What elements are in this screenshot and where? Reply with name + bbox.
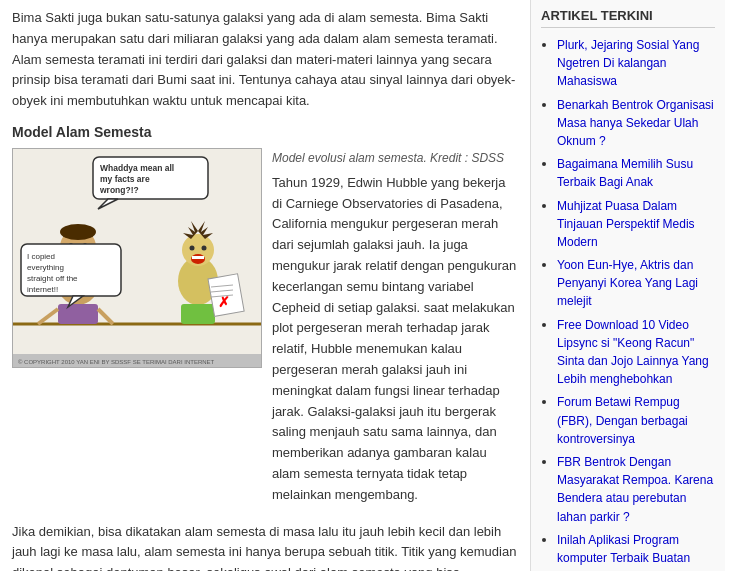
main-content: Bima Sakti juga bukan satu-satunya galak… <box>0 0 530 571</box>
list-item[interactable]: Yoon Eun-Hye, Aktris dan Penyanyi Korea … <box>557 256 715 311</box>
cartoon-container: ✗ Whaddya mean all my facts are wrong?!?… <box>12 148 262 514</box>
cartoon-image: ✗ Whaddya mean all my facts are wrong?!?… <box>12 148 262 368</box>
inline-text-block: Model evolusi alam semesta. Kredit : SDS… <box>272 148 518 514</box>
svg-point-15 <box>202 245 207 250</box>
cartoon-svg: ✗ Whaddya mean all my facts are wrong?!?… <box>13 149 262 368</box>
article-link-7[interactable]: FBR Bentrok Dengan Masyarakat Rempoa. Ka… <box>557 455 713 524</box>
article-link-6[interactable]: Forum Betawi Rempug (FBR), Dengan berbag… <box>557 395 688 445</box>
list-item[interactable]: Plurk, Jejaring Sosial Yang Ngetren Di k… <box>557 36 715 91</box>
list-item[interactable]: FBR Bentrok Dengan Masyarakat Rempoa. Ka… <box>557 453 715 526</box>
svg-text:everything: everything <box>27 263 64 272</box>
list-item[interactable]: Muhjizat Puasa Dalam Tinjauan Perspektif… <box>557 197 715 252</box>
list-item[interactable]: Bagaimana Memilih Susu Terbaik Bagi Anak <box>557 155 715 191</box>
section-title: Model Alam Semesta <box>12 124 518 140</box>
svg-point-14 <box>190 245 195 250</box>
svg-text:Whaddya mean all: Whaddya mean all <box>100 163 174 173</box>
article-link-3[interactable]: Muhjizat Puasa Dalam Tinjauan Perspektif… <box>557 199 695 249</box>
body-paragraph-1: Tahun 1929, Edwin Hubble yang bekerja di… <box>272 173 518 506</box>
intro-paragraph: Bima Sakti juga bukan satu-satunya galak… <box>12 8 518 112</box>
article-link-5[interactable]: Free Download 10 Video Lipsync si "Keong… <box>557 318 709 387</box>
sidebar-article-list: Plurk, Jejaring Sosial Yang Ngetren Di k… <box>541 36 715 571</box>
sidebar-title: ARTIKEL TERKINI <box>541 8 715 28</box>
list-item[interactable]: Forum Betawi Rempug (FBR), Dengan berbag… <box>557 393 715 448</box>
image-area: ✗ Whaddya mean all my facts are wrong?!?… <box>12 148 518 514</box>
list-item[interactable]: Inilah Aplikasi Program komputer Terbaik… <box>557 531 715 571</box>
sidebar: ARTIKEL TERKINI Plurk, Jejaring Sosial Y… <box>530 0 725 571</box>
article-link-0[interactable]: Plurk, Jejaring Sosial Yang Ngetren Di k… <box>557 38 699 88</box>
svg-text:wrong?!?: wrong?!? <box>99 185 139 195</box>
svg-text:I copied: I copied <box>27 252 55 261</box>
svg-text:internet!!: internet!! <box>27 285 58 294</box>
svg-text:© COPYRIGHT 2010 YAN ENI BY SD: © COPYRIGHT 2010 YAN ENI BY SDSSF SE TER… <box>18 359 215 365</box>
article-link-1[interactable]: Benarkah Bentrok Organisasi Masa hanya S… <box>557 98 714 148</box>
svg-point-4 <box>60 224 96 240</box>
image-caption: Model evolusi alam semesta. Kredit : SDS… <box>272 151 504 165</box>
svg-rect-18 <box>181 304 215 324</box>
article-link-4[interactable]: Yoon Eun-Hye, Aktris dan Penyanyi Korea … <box>557 258 698 308</box>
list-item[interactable]: Benarkah Bentrok Organisasi Masa hanya S… <box>557 96 715 151</box>
article-link-2[interactable]: Bagaimana Memilih Susu Terbaik Bagi Anak <box>557 157 693 189</box>
svg-text:✗: ✗ <box>218 294 230 310</box>
list-item[interactable]: Free Download 10 Video Lipsync si "Keong… <box>557 316 715 389</box>
body-paragraph-2: Jika demikian, bisa dikatakan alam semes… <box>12 522 518 571</box>
svg-rect-7 <box>58 304 98 324</box>
svg-text:straight off the: straight off the <box>27 274 78 283</box>
article-link-8[interactable]: Inilah Aplikasi Program komputer Terbaik… <box>557 533 690 571</box>
svg-rect-17 <box>192 256 204 259</box>
svg-text:my facts are: my facts are <box>100 174 150 184</box>
